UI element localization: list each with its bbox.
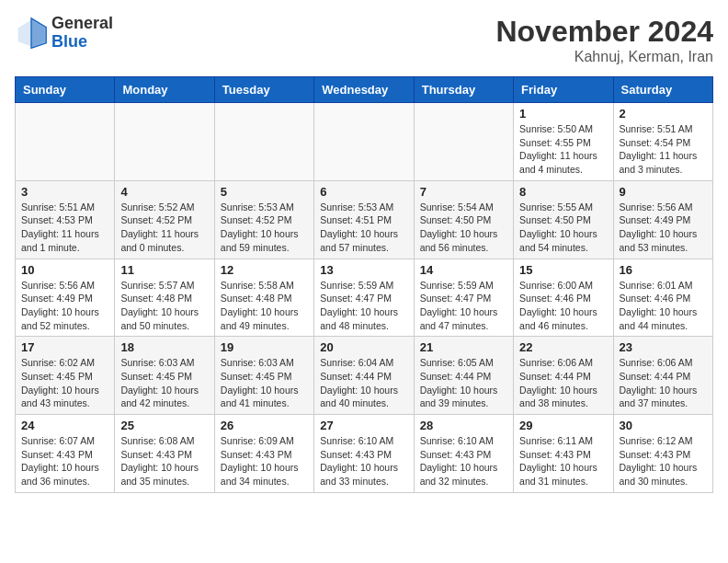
logo-general: General bbox=[51, 14, 113, 32]
calendar-day-cell: 2Sunrise: 5:51 AM Sunset: 4:54 PM Daylig… bbox=[613, 103, 712, 181]
logo-blue: Blue bbox=[51, 32, 87, 51]
calendar-day-cell: 6Sunrise: 5:53 AM Sunset: 4:51 PM Daylig… bbox=[314, 180, 414, 259]
day-number: 14 bbox=[420, 263, 507, 277]
day-number: 8 bbox=[519, 185, 607, 199]
day-number: 13 bbox=[320, 263, 407, 277]
day-info: Sunrise: 6:00 AM Sunset: 4:46 PM Dayligh… bbox=[519, 279, 607, 333]
calendar-day-cell: 7Sunrise: 5:54 AM Sunset: 4:50 PM Daylig… bbox=[414, 180, 513, 259]
calendar-day-cell: 28Sunrise: 6:10 AM Sunset: 4:43 PM Dayli… bbox=[414, 415, 513, 493]
calendar-day-cell bbox=[16, 103, 115, 181]
day-number: 22 bbox=[519, 340, 607, 354]
logo-icon bbox=[15, 17, 48, 50]
day-number: 16 bbox=[620, 263, 707, 277]
calendar-day-cell: 4Sunrise: 5:52 AM Sunset: 4:52 PM Daylig… bbox=[115, 180, 214, 259]
month-title: November 2024 bbox=[495, 15, 713, 49]
day-number: 20 bbox=[320, 340, 407, 354]
calendar-day-cell: 13Sunrise: 5:59 AM Sunset: 4:47 PM Dayli… bbox=[314, 259, 414, 337]
day-info: Sunrise: 6:10 AM Sunset: 4:43 PM Dayligh… bbox=[320, 434, 407, 488]
day-number: 3 bbox=[21, 185, 108, 199]
day-info: Sunrise: 5:56 AM Sunset: 4:49 PM Dayligh… bbox=[620, 201, 707, 255]
day-info: Sunrise: 6:07 AM Sunset: 4:43 PM Dayligh… bbox=[21, 434, 108, 488]
day-info: Sunrise: 5:53 AM Sunset: 4:52 PM Dayligh… bbox=[221, 201, 308, 255]
day-number: 26 bbox=[221, 419, 308, 432]
day-number: 30 bbox=[620, 419, 707, 432]
calendar-week-row: 24Sunrise: 6:07 AM Sunset: 4:43 PM Dayli… bbox=[16, 415, 713, 493]
day-info: Sunrise: 6:01 AM Sunset: 4:46 PM Dayligh… bbox=[620, 279, 707, 333]
calendar-day-cell: 18Sunrise: 6:03 AM Sunset: 4:45 PM Dayli… bbox=[115, 337, 214, 415]
page-header: General Blue November 2024 Kahnuj, Kerma… bbox=[15, 15, 713, 65]
calendar-day-cell: 10Sunrise: 5:56 AM Sunset: 4:49 PM Dayli… bbox=[16, 259, 115, 337]
day-info: Sunrise: 6:02 AM Sunset: 4:45 PM Dayligh… bbox=[21, 356, 108, 410]
weekday-row: SundayMondayTuesdayWednesdayThursdayFrid… bbox=[16, 77, 713, 103]
day-number: 10 bbox=[21, 263, 108, 277]
calendar-day-cell: 17Sunrise: 6:02 AM Sunset: 4:45 PM Dayli… bbox=[16, 337, 115, 415]
day-info: Sunrise: 5:56 AM Sunset: 4:49 PM Dayligh… bbox=[21, 279, 108, 333]
day-info: Sunrise: 5:51 AM Sunset: 4:53 PM Dayligh… bbox=[21, 201, 108, 255]
calendar-day-cell: 11Sunrise: 5:57 AM Sunset: 4:48 PM Dayli… bbox=[115, 259, 214, 337]
calendar-day-cell bbox=[314, 103, 414, 181]
day-info: Sunrise: 6:05 AM Sunset: 4:44 PM Dayligh… bbox=[420, 356, 507, 410]
calendar-day-cell: 21Sunrise: 6:05 AM Sunset: 4:44 PM Dayli… bbox=[414, 337, 513, 415]
calendar-header: SundayMondayTuesdayWednesdayThursdayFrid… bbox=[16, 77, 713, 103]
day-info: Sunrise: 5:59 AM Sunset: 4:47 PM Dayligh… bbox=[320, 279, 407, 333]
calendar-day-cell: 22Sunrise: 6:06 AM Sunset: 4:44 PM Dayli… bbox=[514, 337, 613, 415]
weekday-header: Sunday bbox=[16, 77, 115, 103]
title-block: November 2024 Kahnuj, Kerman, Iran bbox=[495, 15, 713, 65]
day-number: 27 bbox=[320, 419, 407, 432]
calendar-body: 1Sunrise: 5:50 AM Sunset: 4:55 PM Daylig… bbox=[16, 103, 713, 493]
calendar-table: SundayMondayTuesdayWednesdayThursdayFrid… bbox=[15, 76, 713, 493]
calendar-day-cell bbox=[414, 103, 513, 181]
day-number: 1 bbox=[519, 107, 607, 121]
calendar-day-cell bbox=[115, 103, 214, 181]
weekday-header: Thursday bbox=[414, 77, 513, 103]
day-number: 5 bbox=[221, 185, 308, 199]
calendar-day-cell: 20Sunrise: 6:04 AM Sunset: 4:44 PM Dayli… bbox=[314, 337, 414, 415]
day-info: Sunrise: 6:12 AM Sunset: 4:43 PM Dayligh… bbox=[620, 434, 707, 488]
day-number: 23 bbox=[620, 340, 707, 354]
weekday-header: Tuesday bbox=[214, 77, 313, 103]
logo: General Blue bbox=[15, 15, 113, 52]
calendar-week-row: 17Sunrise: 6:02 AM Sunset: 4:45 PM Dayli… bbox=[16, 337, 713, 415]
day-info: Sunrise: 6:08 AM Sunset: 4:43 PM Dayligh… bbox=[120, 434, 208, 488]
day-info: Sunrise: 6:06 AM Sunset: 4:44 PM Dayligh… bbox=[620, 356, 707, 410]
calendar-day-cell: 14Sunrise: 5:59 AM Sunset: 4:47 PM Dayli… bbox=[414, 259, 513, 337]
day-number: 29 bbox=[519, 419, 607, 432]
day-info: Sunrise: 5:50 AM Sunset: 4:55 PM Dayligh… bbox=[519, 122, 607, 177]
calendar-day-cell: 29Sunrise: 6:11 AM Sunset: 4:43 PM Dayli… bbox=[514, 415, 613, 493]
calendar-day-cell: 19Sunrise: 6:03 AM Sunset: 4:45 PM Dayli… bbox=[214, 337, 313, 415]
day-number: 4 bbox=[120, 185, 208, 199]
day-info: Sunrise: 5:58 AM Sunset: 4:48 PM Dayligh… bbox=[221, 279, 308, 333]
calendar-day-cell: 15Sunrise: 6:00 AM Sunset: 4:46 PM Dayli… bbox=[514, 259, 613, 337]
day-number: 2 bbox=[620, 107, 707, 121]
day-number: 6 bbox=[320, 185, 407, 199]
day-number: 18 bbox=[120, 340, 208, 354]
calendar-day-cell: 8Sunrise: 5:55 AM Sunset: 4:50 PM Daylig… bbox=[514, 180, 613, 259]
day-info: Sunrise: 5:55 AM Sunset: 4:50 PM Dayligh… bbox=[519, 201, 607, 255]
weekday-header: Friday bbox=[514, 77, 613, 103]
day-number: 17 bbox=[21, 340, 108, 354]
calendar-day-cell: 5Sunrise: 5:53 AM Sunset: 4:52 PM Daylig… bbox=[214, 180, 313, 259]
day-number: 7 bbox=[420, 185, 507, 199]
calendar-day-cell: 26Sunrise: 6:09 AM Sunset: 4:43 PM Dayli… bbox=[214, 415, 313, 493]
calendar-day-cell: 3Sunrise: 5:51 AM Sunset: 4:53 PM Daylig… bbox=[16, 180, 115, 259]
calendar-day-cell: 16Sunrise: 6:01 AM Sunset: 4:46 PM Dayli… bbox=[613, 259, 712, 337]
calendar-day-cell: 9Sunrise: 5:56 AM Sunset: 4:49 PM Daylig… bbox=[613, 180, 712, 259]
calendar-day-cell bbox=[214, 103, 313, 181]
day-info: Sunrise: 5:57 AM Sunset: 4:48 PM Dayligh… bbox=[120, 279, 208, 333]
day-number: 28 bbox=[420, 419, 507, 432]
day-number: 24 bbox=[21, 419, 108, 432]
calendar-week-row: 10Sunrise: 5:56 AM Sunset: 4:49 PM Dayli… bbox=[16, 259, 713, 337]
calendar-day-cell: 23Sunrise: 6:06 AM Sunset: 4:44 PM Dayli… bbox=[613, 337, 712, 415]
day-info: Sunrise: 6:03 AM Sunset: 4:45 PM Dayligh… bbox=[221, 356, 308, 410]
day-number: 19 bbox=[221, 340, 308, 354]
calendar-day-cell: 1Sunrise: 5:50 AM Sunset: 4:55 PM Daylig… bbox=[514, 103, 613, 181]
day-number: 11 bbox=[120, 263, 208, 277]
day-info: Sunrise: 6:03 AM Sunset: 4:45 PM Dayligh… bbox=[120, 356, 208, 410]
calendar-day-cell: 24Sunrise: 6:07 AM Sunset: 4:43 PM Dayli… bbox=[16, 415, 115, 493]
calendar-day-cell: 27Sunrise: 6:10 AM Sunset: 4:43 PM Dayli… bbox=[314, 415, 414, 493]
day-number: 25 bbox=[120, 419, 208, 432]
day-number: 9 bbox=[620, 185, 707, 199]
logo-text: General Blue bbox=[51, 15, 113, 52]
day-number: 15 bbox=[519, 263, 607, 277]
day-info: Sunrise: 5:59 AM Sunset: 4:47 PM Dayligh… bbox=[420, 279, 507, 333]
